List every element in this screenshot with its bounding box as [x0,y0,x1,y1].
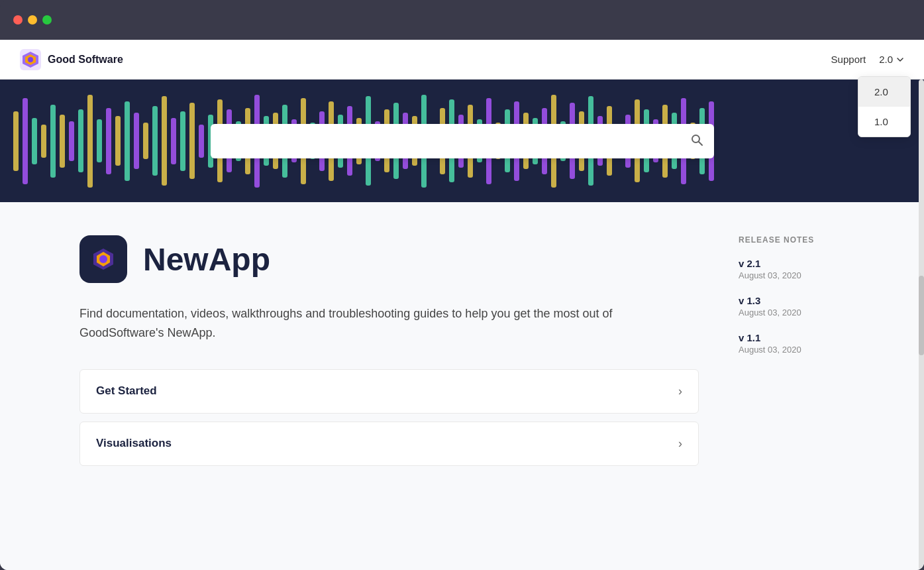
decoration-bar [41,125,46,158]
decoration-bar [23,98,28,184]
app-description: Find documentation, videos, walkthroughs… [79,304,623,343]
release-version[interactable]: v 1.3 [739,295,884,306]
decoration-bar [115,116,121,166]
nav-right: Support 2.0 [831,54,904,65]
decoration-bar [50,105,56,178]
decoration-bar [32,118,37,164]
logo-icon [20,49,41,70]
release-note-item: v 1.3 August 03, 2020 [739,295,884,317]
window-content: Good Software Support 2.0 2.0 1.0 [0,40,924,570]
decoration-bar [106,108,111,174]
svg-point-3 [28,57,33,62]
release-notes-title: RELEASE NOTES [739,235,884,245]
search-wrapper [211,124,714,158]
decoration-bar [97,119,102,162]
version-current-label: 2.0 [879,54,893,65]
decoration-bar [171,118,176,164]
minimize-button[interactable] [28,15,37,25]
release-note-item: v 1.1 August 03, 2020 [739,332,884,355]
release-notes-list: v 2.1 August 03, 2020 v 1.3 August 03, 2… [739,258,884,355]
logo-text: Good Software [48,54,123,66]
version-selector[interactable]: 2.0 [879,54,904,65]
accordion-container: Get Started › Visualisations › [79,369,699,466]
support-link[interactable]: Support [831,54,866,65]
decoration-bar [152,106,158,176]
version-option-20[interactable]: 2.0 [858,77,910,107]
chevron-right-icon: › [678,437,682,451]
accordion-item[interactable]: Get Started › [79,369,699,414]
app-header: NewApp [79,235,699,283]
decoration-bar [143,123,148,159]
decoration-bar [69,121,74,161]
chevron-right-icon: › [678,384,682,398]
version-option-10[interactable]: 1.0 [858,107,910,137]
svg-point-8 [99,255,107,263]
close-button[interactable] [13,15,23,25]
right-sidebar: RELEASE NOTES v 2.1 August 03, 2020 v 1.… [739,235,884,543]
decoration-bar [134,113,139,169]
release-date: August 03, 2020 [739,345,884,355]
decoration-bar [60,115,65,168]
decoration-bar [180,111,185,171]
accordion-item-label: Visualisations [96,437,172,450]
maximize-button[interactable] [42,15,52,25]
app-title: NewApp [143,241,270,278]
window-chrome [0,0,924,40]
decoration-bar [78,109,83,172]
accordion-item-label: Get Started [96,384,157,398]
decoration-bar [199,125,204,158]
navbar: Good Software Support 2.0 2.0 1.0 [0,40,924,80]
decoration-bar [189,103,195,179]
version-dropdown: 2.0 1.0 [858,76,911,137]
left-content: NewApp Find documentation, videos, walkt… [79,235,699,543]
release-version[interactable]: v 2.1 [739,258,884,269]
release-date: August 03, 2020 [739,308,884,317]
release-note-item: v 2.1 August 03, 2020 [739,258,884,280]
accordion-item[interactable]: Visualisations › [79,422,699,466]
logo-area: Good Software [20,49,123,70]
decoration-bar [87,95,93,188]
decoration-bar [125,101,130,181]
decoration-bar [162,96,167,186]
hero-banner [0,80,924,202]
app-icon [79,235,127,283]
main-content: NewApp Find documentation, videos, walkt… [0,202,924,570]
release-version[interactable]: v 1.1 [739,332,884,343]
scrollbar-thumb[interactable] [919,276,924,355]
decoration-bar [13,111,19,171]
search-input[interactable] [211,124,714,158]
release-date: August 03, 2020 [739,270,884,280]
scrollbar[interactable] [919,80,924,570]
chevron-down-icon [896,56,904,64]
